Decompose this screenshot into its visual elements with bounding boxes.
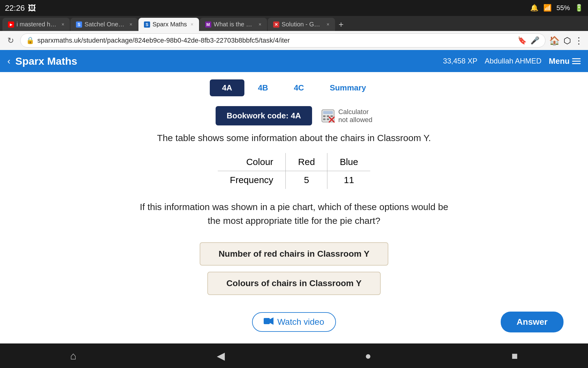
calculator-icon — [321, 109, 335, 123]
question-intro: The table shows some information about t… — [138, 133, 450, 143]
browser-chrome: ▶i mastered heroes×SSatchel One | Learn×… — [0, 16, 588, 50]
home-icon[interactable]: 🏠 — [549, 36, 560, 46]
tab-satchel[interactable]: SSatchel One | Learn× — [70, 18, 138, 31]
tab-ph-label: What is the pH sca — [214, 21, 255, 28]
tab-solution-close[interactable]: × — [326, 22, 329, 27]
extensions-icon[interactable]: ⬡ — [564, 36, 571, 46]
sparx-header: ‹ Sparx Maths 33,458 XP Abdullah AHMED M… — [0, 50, 588, 72]
tab-sparx[interactable]: SSparx Maths× — [138, 18, 199, 31]
calculator-info: Calculator not allowed — [321, 108, 372, 124]
table-header-colour: Colour — [218, 153, 286, 171]
android-square-button[interactable]: ■ — [499, 347, 530, 365]
time-display: 22:26 — [5, 3, 25, 13]
address-bar: ↻ 🔒 sparxmaths.uk/student/package/824eb9… — [0, 31, 588, 50]
hamburger-icon — [572, 58, 581, 64]
menu-label: Menu — [549, 56, 570, 66]
tab-yt-close[interactable]: × — [62, 22, 64, 27]
pie-question-text: If this information was shown in a pie c… — [138, 200, 450, 228]
url-text: sparxmaths.uk/student/package/824eb9ce-9… — [37, 36, 514, 44]
bottom-actions: Watch video Answer — [0, 306, 588, 338]
tab-4b[interactable]: 4B — [246, 79, 280, 96]
wifi-icon: 📶 — [543, 4, 552, 12]
table-blue-value: 11 — [327, 171, 371, 189]
table-header-row: Colour Red Blue — [218, 153, 371, 171]
watch-video-button[interactable]: Watch video — [252, 312, 336, 332]
table-frequency-label: Frequency — [218, 171, 286, 189]
tab-solution-label: Solution - Gauth — [282, 21, 323, 28]
tab-sparx-close[interactable]: × — [190, 22, 193, 27]
table-red-value: 5 — [286, 171, 327, 189]
battery-icon: 🔋 — [575, 4, 583, 12]
battery-display: 55% — [556, 4, 570, 12]
bookwork-code-button[interactable]: Bookwork code: 4A — [216, 106, 312, 125]
tab-ph-close[interactable]: × — [258, 22, 261, 27]
option-2[interactable]: Colours of chairs in Classroom Y — [207, 272, 380, 295]
table-header-blue: Blue — [327, 153, 371, 171]
user-name: Abdullah AHMED — [485, 57, 541, 65]
video-camera-icon — [264, 317, 273, 327]
android-back-button[interactable]: ◀ — [205, 347, 237, 365]
refresh-button[interactable]: ↻ — [5, 35, 17, 47]
main-content: 4A 4B 4C Summary Bookwork code: 4A — [0, 72, 588, 362]
status-left: 22:26 🖼 — [5, 3, 36, 13]
svg-rect-4 — [330, 115, 333, 117]
bookmark-icon[interactable]: 🔖 — [518, 36, 527, 45]
lock-icon: 🔒 — [26, 36, 34, 44]
tab-4c[interactable]: 4C — [281, 79, 316, 96]
sparx-right-area: 33,458 XP Abdullah AHMED Menu — [443, 56, 581, 66]
table-header-red: Red — [286, 153, 327, 171]
option-1[interactable]: Number of red chairs in Classroom Y — [200, 242, 389, 266]
task-tabs: 4A 4B 4C Summary — [0, 72, 588, 101]
sparx-logo-area: ‹ Sparx Maths — [7, 55, 77, 67]
url-box: 🔒 sparxmaths.uk/student/package/824eb9ce… — [20, 33, 545, 48]
tab-sparx-label: Sparx Maths — [153, 21, 187, 28]
chairs-table: Colour Red Blue Frequency 5 11 — [218, 153, 371, 189]
svg-rect-10 — [264, 318, 270, 324]
status-bar: 22:26 🖼 🔔 📶 55% 🔋 — [0, 0, 588, 16]
tab-ph[interactable]: MWhat is the pH sca× — [200, 18, 267, 31]
screenshot-icon: 🖼 — [28, 3, 36, 13]
more-icon[interactable]: ⋮ — [575, 36, 583, 46]
tab-4a[interactable]: 4A — [210, 79, 244, 96]
bottom-nav: ⌂ ◀ ● ■ — [0, 343, 588, 368]
new-tab-button[interactable]: + — [336, 18, 347, 31]
android-home-button[interactable]: ⌂ — [58, 347, 89, 365]
url-icons: 🔖 🎤 — [518, 36, 540, 45]
watch-video-label: Watch video — [277, 317, 324, 327]
answer-button[interactable]: Answer — [501, 312, 564, 332]
table-data-row: Frequency 5 11 — [218, 171, 371, 189]
calculator-status: not allowed — [338, 116, 372, 124]
bookwork-area: Bookwork code: 4A Calculato — [0, 101, 588, 133]
tab-satchel-label: Satchel One | Learn — [85, 21, 126, 28]
tabs-bar: ▶i mastered heroes×SSatchel One | Learn×… — [0, 18, 588, 31]
tab-yt[interactable]: ▶i mastered heroes× — [2, 18, 70, 31]
mic-icon[interactable]: 🎤 — [530, 36, 540, 45]
svg-rect-1 — [323, 111, 333, 114]
sparx-logo: Sparx Maths — [15, 55, 77, 67]
tab-satchel-close[interactable]: × — [130, 22, 132, 27]
svg-rect-5 — [323, 118, 326, 120]
status-right: 🔔 📶 55% 🔋 — [530, 4, 583, 12]
svg-marker-11 — [270, 317, 273, 325]
back-button[interactable]: ‹ — [7, 56, 10, 66]
menu-button[interactable]: Menu — [549, 56, 581, 66]
tab-yt-label: i mastered heroes — [17, 21, 58, 28]
calculator-label: Calculator — [338, 108, 372, 116]
svg-rect-6 — [327, 118, 329, 120]
tab-summary[interactable]: Summary — [318, 79, 379, 96]
xp-display: 33,458 XP — [443, 57, 477, 65]
question-area: The table shows some information about t… — [126, 133, 462, 295]
answer-options: Number of red chairs in Classroom Y Colo… — [138, 242, 450, 295]
tab-solution[interactable]: ✕Solution - Gauth× — [268, 18, 335, 31]
bell-icon: 🔔 — [530, 4, 538, 12]
android-overview-button[interactable]: ● — [353, 347, 384, 365]
svg-rect-2 — [323, 115, 326, 117]
